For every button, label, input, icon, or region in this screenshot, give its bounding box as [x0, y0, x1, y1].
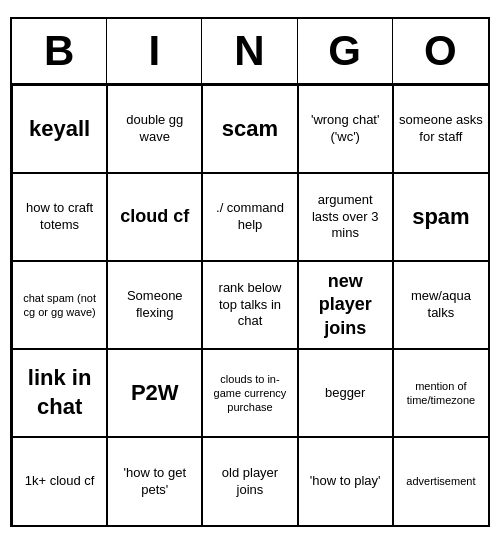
cell-text-24: advertisement [406, 474, 475, 488]
cell-text-19: mention of time/timezone [399, 379, 483, 408]
bingo-cell-9: spam [393, 173, 488, 261]
cell-text-6: cloud cf [120, 205, 189, 228]
bingo-cell-16: P2W [107, 349, 202, 437]
cell-text-23: 'how to play' [310, 473, 381, 490]
bingo-cell-19: mention of time/timezone [393, 349, 488, 437]
bingo-cell-18: begger [298, 349, 393, 437]
cell-text-9: spam [412, 203, 469, 232]
cell-text-3: 'wrong chat' ('wc') [304, 112, 387, 146]
cell-text-12: rank below top talks in chat [208, 280, 291, 331]
bingo-cell-11: Someone flexing [107, 261, 202, 349]
cell-text-16: P2W [131, 379, 179, 408]
bingo-cell-4: someone asks for staff [393, 85, 488, 173]
bingo-cell-6: cloud cf [107, 173, 202, 261]
cell-text-2: scam [222, 115, 278, 144]
cell-text-13: new player joins [304, 270, 387, 340]
bingo-cell-12: rank below top talks in chat [202, 261, 297, 349]
bingo-cell-20: 1k+ cloud cf [12, 437, 107, 525]
bingo-cell-23: 'how to play' [298, 437, 393, 525]
bingo-letter-b: B [12, 19, 107, 83]
bingo-letter-o: O [393, 19, 488, 83]
bingo-cell-7: ./ command help [202, 173, 297, 261]
cell-text-14: mew/aqua talks [399, 288, 483, 322]
bingo-cell-2: scam [202, 85, 297, 173]
bingo-cell-13: new player joins [298, 261, 393, 349]
bingo-card: BINGO keyalldouble gg wavescam'wrong cha… [10, 17, 490, 527]
bingo-cell-15: link in chat [12, 349, 107, 437]
cell-text-5: how to craft totems [18, 200, 101, 234]
bingo-cell-24: advertisement [393, 437, 488, 525]
cell-text-4: someone asks for staff [399, 112, 483, 146]
bingo-letter-n: N [202, 19, 297, 83]
bingo-cell-0: keyall [12, 85, 107, 173]
cell-text-7: ./ command help [208, 200, 291, 234]
cell-text-10: chat spam (not cg or gg wave) [18, 291, 101, 320]
cell-text-20: 1k+ cloud cf [25, 473, 95, 490]
cell-text-11: Someone flexing [113, 288, 196, 322]
bingo-grid: keyalldouble gg wavescam'wrong chat' ('w… [12, 85, 488, 525]
bingo-cell-21: 'how to get pets' [107, 437, 202, 525]
bingo-letter-i: I [107, 19, 202, 83]
bingo-cell-10: chat spam (not cg or gg wave) [12, 261, 107, 349]
cell-text-0: keyall [29, 115, 90, 144]
bingo-cell-14: mew/aqua talks [393, 261, 488, 349]
bingo-cell-5: how to craft totems [12, 173, 107, 261]
cell-text-21: 'how to get pets' [113, 465, 196, 499]
bingo-cell-22: old player joins [202, 437, 297, 525]
bingo-letter-g: G [298, 19, 393, 83]
bingo-cell-3: 'wrong chat' ('wc') [298, 85, 393, 173]
cell-text-8: argument lasts over 3 mins [304, 192, 387, 243]
bingo-cell-8: argument lasts over 3 mins [298, 173, 393, 261]
cell-text-22: old player joins [208, 465, 291, 499]
bingo-cell-1: double gg wave [107, 85, 202, 173]
cell-text-17: clouds to in-game currency purchase [208, 372, 291, 415]
bingo-cell-17: clouds to in-game currency purchase [202, 349, 297, 437]
cell-text-18: begger [325, 385, 365, 402]
bingo-header: BINGO [12, 19, 488, 85]
cell-text-15: link in chat [18, 364, 101, 421]
cell-text-1: double gg wave [113, 112, 196, 146]
